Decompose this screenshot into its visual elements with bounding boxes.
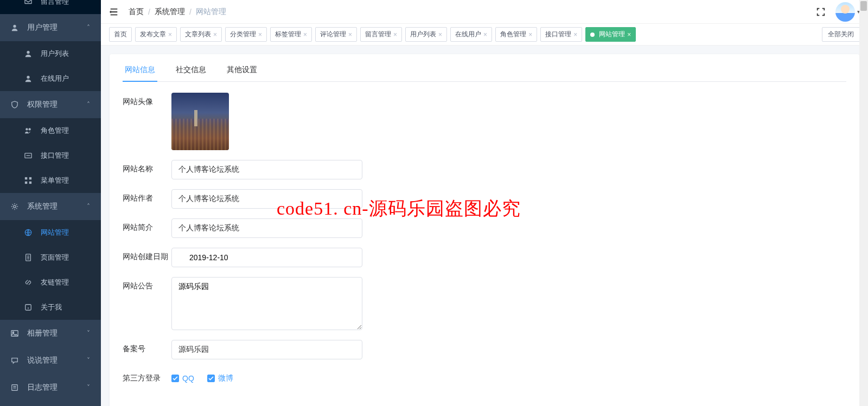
breadcrumb-system[interactable]: 系统管理 xyxy=(155,7,185,17)
sidebar-item-label: 用户管理 xyxy=(27,23,58,33)
close-icon[interactable]: × xyxy=(258,31,262,38)
sidebar-item-menu-mgmt[interactable]: 菜单管理 xyxy=(0,168,101,193)
tab-api-mgmt[interactable]: 接口管理× xyxy=(540,27,582,42)
sidebar-item-permission-mgmt[interactable]: 权限管理 ˄ xyxy=(0,91,101,118)
fullscreen-icon[interactable] xyxy=(816,7,826,17)
sidebar-item-website-mgmt[interactable]: 网站管理 xyxy=(0,220,101,245)
site-intro-input[interactable] xyxy=(171,218,362,238)
svg-rect-9 xyxy=(25,182,27,184)
message-icon xyxy=(24,0,34,5)
label-site-intro: 网站简介 xyxy=(123,218,171,233)
close-icon[interactable]: × xyxy=(168,31,172,38)
site-author-input[interactable] xyxy=(171,189,362,209)
tab-website-mgmt[interactable]: 网站管理× xyxy=(585,27,636,42)
tab-label: 角色管理 xyxy=(500,30,526,39)
close-icon[interactable]: × xyxy=(303,31,307,38)
close-icon[interactable]: × xyxy=(528,31,532,38)
tab-publish-article[interactable]: 发布文章× xyxy=(135,27,177,42)
sidebar-item-about-me[interactable]: 关于我 xyxy=(0,295,101,320)
avatar xyxy=(835,2,855,22)
inner-tab-other-settings[interactable]: 其他设置 xyxy=(225,65,259,81)
svg-rect-7 xyxy=(25,177,27,179)
sidebar-item-api-mgmt[interactable]: 接口管理 xyxy=(0,143,101,168)
tab-user-list[interactable]: 用户列表× xyxy=(405,27,447,42)
sidebar-item-user-list[interactable]: 用户列表 xyxy=(0,41,101,66)
sidebar-item-label: 用户列表 xyxy=(41,49,69,59)
tab-message-mgmt[interactable]: 留言管理× xyxy=(360,27,402,42)
sidebar-item-link-mgmt[interactable]: 友链管理 xyxy=(0,270,101,295)
tab-label: 接口管理 xyxy=(545,30,571,39)
tab-tag-mgmt[interactable]: 标签管理× xyxy=(270,27,312,42)
sidebar-item-label: 菜单管理 xyxy=(41,176,69,185)
tab-comment-mgmt[interactable]: 评论管理× xyxy=(315,27,357,42)
inner-tab-social-info[interactable]: 社交信息 xyxy=(174,65,208,81)
sidebar-item-page-mgmt[interactable]: 页面管理 xyxy=(0,245,101,270)
close-icon[interactable]: × xyxy=(627,31,631,38)
user-avatar-dropdown[interactable]: ▾ xyxy=(835,2,860,22)
checkbox-checked-icon xyxy=(171,375,179,382)
tab-label: 在线用户 xyxy=(455,30,481,39)
user-icon xyxy=(11,24,21,31)
site-avatar-uploader[interactable] xyxy=(171,93,229,150)
site-name-input[interactable] xyxy=(171,160,362,179)
grid-icon xyxy=(24,177,34,184)
tab-article-list[interactable]: 文章列表× xyxy=(180,27,222,42)
svg-point-1 xyxy=(13,25,16,28)
tab-home[interactable]: 首页 xyxy=(109,27,132,42)
topbar: 首页 / 系统管理 / 网站管理 ▾ xyxy=(101,0,868,24)
tab-label: 网站管理 xyxy=(599,30,625,39)
breadcrumb-separator: / xyxy=(148,8,150,16)
hamburger-icon[interactable] xyxy=(109,7,119,17)
close-icon[interactable]: × xyxy=(483,31,487,38)
sidebar-item-label: 关于我 xyxy=(41,302,62,312)
close-all-tabs-button[interactable]: 全部关闭 xyxy=(822,27,860,42)
svg-point-3 xyxy=(27,76,29,79)
svg-rect-8 xyxy=(29,177,31,179)
inner-tabs: 网站信息 社交信息 其他设置 xyxy=(123,65,846,82)
outer-scrollbar[interactable] xyxy=(859,0,868,406)
close-icon[interactable]: × xyxy=(573,31,577,38)
sidebar-item-system-mgmt[interactable]: 系统管理 ˄ xyxy=(0,193,101,220)
record-no-input[interactable] xyxy=(171,340,362,359)
breadcrumb-separator: / xyxy=(189,8,192,16)
svg-point-11 xyxy=(14,205,16,208)
sidebar-item-user-mgmt[interactable]: 用户管理 ˄ xyxy=(0,14,101,41)
chat-icon xyxy=(11,357,21,364)
tab-online-user[interactable]: 在线用户× xyxy=(450,27,492,42)
users-icon xyxy=(24,127,34,134)
sidebar-item-label: 说说管理 xyxy=(27,356,58,365)
checkbox-qq[interactable]: QQ xyxy=(171,374,194,383)
link-icon xyxy=(24,279,34,286)
tab-label: 标签管理 xyxy=(275,30,301,39)
tab-category-mgmt[interactable]: 分类管理× xyxy=(225,27,267,42)
tab-role-mgmt[interactable]: 角色管理× xyxy=(495,27,537,42)
sidebar-item-message-mgmt[interactable]: 留言管理 xyxy=(0,0,101,14)
shield-icon xyxy=(11,101,21,108)
page-icon xyxy=(24,254,34,261)
sidebar-item-label: 接口管理 xyxy=(41,151,69,160)
inner-tab-site-info[interactable]: 网站信息 xyxy=(123,65,157,81)
label-site-date: 网站创建日期 xyxy=(123,248,171,262)
label-site-notice: 网站公告 xyxy=(123,277,171,291)
close-icon[interactable]: × xyxy=(213,31,217,38)
sidebar-item-role-mgmt[interactable]: 角色管理 xyxy=(0,118,101,143)
label-record-no: 备案号 xyxy=(123,340,171,354)
sidebar-item-label: 相册管理 xyxy=(27,328,58,338)
sidebar-item-album-mgmt[interactable]: 相册管理 ˅ xyxy=(0,320,101,347)
close-icon[interactable]: × xyxy=(348,31,352,38)
sidebar-item-log-mgmt[interactable]: 日志管理 ˅ xyxy=(0,374,101,401)
gear-icon xyxy=(11,203,21,210)
close-icon[interactable]: × xyxy=(438,31,442,38)
site-notice-textarea[interactable] xyxy=(171,277,362,330)
sidebar-item-talk-mgmt[interactable]: 说说管理 ˅ xyxy=(0,347,101,374)
close-icon[interactable]: × xyxy=(393,31,397,38)
breadcrumb-home[interactable]: 首页 xyxy=(129,7,144,17)
checkbox-weibo[interactable]: 微博 xyxy=(207,373,233,383)
site-date-input[interactable] xyxy=(171,248,362,267)
chevron-up-icon: ˄ xyxy=(87,203,90,210)
sidebar-item-online-user[interactable]: 在线用户 xyxy=(0,66,101,91)
breadcrumb-current: 网站管理 xyxy=(196,7,226,17)
chevron-down-icon: ˅ xyxy=(87,357,90,364)
sidebar-item-label: 网站管理 xyxy=(41,228,69,237)
tab-label: 评论管理 xyxy=(320,30,346,39)
